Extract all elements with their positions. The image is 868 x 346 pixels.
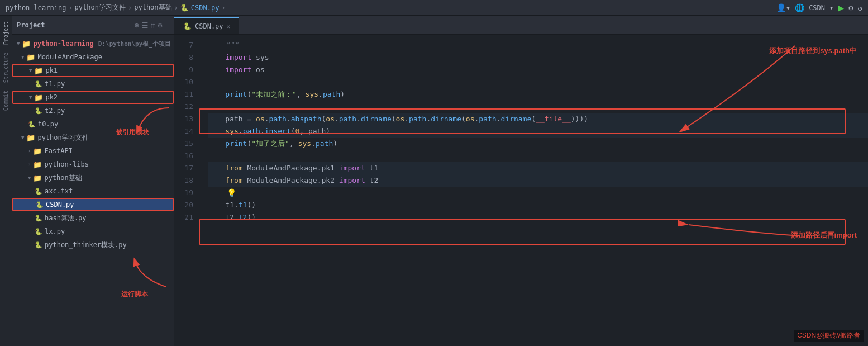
main-layout: Project Structure Commit Project ⊕ ☰ ⇈ ⚙…: [0, 16, 868, 346]
code-line-15: print("加了之后", sys.path): [208, 138, 868, 150]
tree-label: FastAPI: [44, 147, 73, 155]
arrow-icon: ▼: [28, 175, 31, 181]
top-bar-title: CSDN: [809, 4, 825, 12]
tree-label: pk1: [45, 67, 58, 74]
tree-item-python-study[interactable]: ▼ 📁 python学习文件: [12, 131, 174, 144]
sync-icon[interactable]: ↺: [858, 3, 862, 12]
tree-label: t0.py: [38, 120, 58, 128]
top-bar-right: 👤▾ 🌐 CSDN ▾ ▶ ⚙ ↺: [776, 2, 862, 13]
arrow-icon: ›: [28, 148, 31, 154]
run-button[interactable]: ▶: [838, 2, 844, 13]
tree-item-moduleandpackage[interactable]: ▼ 📁 ModuleAndPackage: [12, 50, 174, 64]
python-file-icon: 🐍: [35, 80, 42, 88]
code-line-11: print("未加之前：", sys.path): [208, 88, 868, 101]
breadcrumb-item-4[interactable]: CSDN.py: [191, 4, 220, 12]
tab-label: CSDN.py: [195, 22, 223, 30]
editor-tabs: 🐍 CSDN.py ✕: [174, 16, 868, 35]
tree-label: pk2: [45, 93, 58, 101]
tree-item-hash[interactable]: 🐍 hash算法.py: [12, 211, 174, 225]
tree-item-python-basics[interactable]: ▼ 📁 python基础: [12, 171, 174, 184]
code-line-12: [208, 101, 868, 113]
tab-file-icon: 🐍: [183, 22, 192, 30]
locate-icon[interactable]: ⊕: [134, 21, 139, 30]
tree-label: t1.py: [45, 80, 65, 88]
tree-label: python学习文件: [37, 133, 88, 143]
tree-item-python-libs[interactable]: › 📁 python-libs: [12, 158, 174, 171]
user-icon: 👤▾: [776, 3, 790, 12]
tree-root-path: D:\python\py根_个项目: [98, 40, 171, 48]
tree-item-t0py[interactable]: 🐍 t0.py: [12, 117, 174, 131]
breadcrumb-item-1[interactable]: python-learning: [6, 4, 66, 12]
tree-item-fastapi[interactable]: › 📁 FastAPI: [12, 144, 174, 158]
folder-icon: 📁: [34, 67, 43, 75]
code-line-16: [208, 150, 868, 162]
tree-item-t2py[interactable]: 🐍 t2.py: [12, 104, 174, 117]
tree-label: ModuleAndPackage: [37, 53, 102, 61]
folder-icon: 📁: [26, 134, 35, 142]
tree-label: hash算法.py: [45, 214, 87, 223]
collapse-icon[interactable]: ⇈: [151, 21, 155, 30]
code-line-13: path = os.path.abspath(os.path.dirname(o…: [208, 113, 868, 125]
folder-icon: 📁: [26, 53, 35, 61]
arrow-icon: ▼: [21, 54, 24, 60]
tree-item-lxpy[interactable]: 🐍 lx.py: [12, 225, 174, 238]
editor-content: 7 8 9 10 11 12 13 14 15 16 17 18 19 20 2…: [174, 35, 868, 346]
tree-label: python基础: [44, 173, 82, 183]
tree-root[interactable]: ▼ 📁 python-learning D:\python\py根_个项目: [12, 37, 174, 50]
folder-icon: 📁: [33, 174, 42, 182]
line-numbers: 7 8 9 10 11 12 13 14 15 16 17 18 19 20 2…: [174, 35, 199, 346]
tree-label: axc.txt: [45, 187, 73, 195]
breadcrumb-item-2[interactable]: python学习文件: [75, 3, 126, 12]
tab-csdn[interactable]: 🐍 CSDN.py ✕: [174, 17, 239, 34]
tree-label: python_thinker模块.py: [45, 240, 127, 250]
txt-file-icon: 🐍: [35, 188, 42, 195]
watermark: CSDN@搬砖//搬路者: [794, 330, 864, 342]
arrow-icon: ▼: [21, 135, 24, 140]
file-panel-actions: ⊕ ☰ ⇈ ⚙ —: [134, 21, 169, 30]
code-area[interactable]: """ import sys import os print("未加之前：", …: [199, 35, 868, 346]
sidebar-icons: Project Structure Commit: [0, 16, 12, 346]
editor-area: 🐍 CSDN.py ✕ 7 8 9 10 11 12 13 14 15 16 1…: [174, 16, 868, 346]
gear-icon[interactable]: ⚙: [158, 21, 162, 30]
file-tree: ▼ 📁 python-learning D:\python\py根_个项目 ▼ …: [12, 35, 174, 346]
tree-item-csdnpy[interactable]: 🐍 CSDN.py: [12, 198, 174, 211]
settings-icon[interactable]: ⚙: [848, 3, 853, 12]
sidebar-icon-structure[interactable]: Structure: [2, 49, 10, 86]
list-icon[interactable]: ☰: [141, 21, 149, 30]
folder-icon: 📁: [22, 40, 31, 48]
python-file-icon: 🐍: [35, 107, 42, 115]
file-panel: Project ⊕ ☰ ⇈ ⚙ — ▼ 📁 python-learning D:…: [12, 16, 174, 346]
tree-label: CSDN.py: [46, 201, 74, 208]
tree-label: python-libs: [44, 160, 88, 168]
file-panel-header: Project ⊕ ☰ ⇈ ⚙ —: [12, 16, 174, 35]
breadcrumb-item-3[interactable]: python基础: [134, 3, 171, 12]
python-file-icon: 🐍: [28, 121, 36, 128]
arrow-icon: ›: [28, 162, 31, 167]
code-line-9: import os: [208, 64, 868, 76]
code-line-8: import sys: [208, 51, 868, 64]
folder-icon: 📁: [33, 147, 42, 155]
breadcrumb: python-learning › python学习文件 › python基础 …: [6, 3, 226, 12]
arrow-icon: ▼: [17, 41, 20, 46]
tree-item-axctxt[interactable]: 🐍 axc.txt: [12, 184, 174, 198]
arrow-import-after: [800, 236, 801, 236]
tree-item-pk1[interactable]: ▼ 📁 pk1: [12, 64, 174, 77]
tree-root-label: python-learning: [33, 40, 93, 48]
tree-item-pk2[interactable]: ▼ 📁 pk2: [12, 91, 174, 104]
tree-item-t1py[interactable]: 🐍 t1.py: [12, 77, 174, 91]
code-line-14: sys.path.insert(0, path): [208, 125, 868, 138]
arrow-icon: ▼: [29, 94, 32, 100]
tree-label: t2.py: [45, 107, 65, 115]
code-line-21: t2.t2(): [208, 211, 868, 224]
globe-icon: 🌐: [795, 3, 804, 12]
code-line-20: t1.t1(): [208, 199, 868, 211]
code-line-17: from ModuleAndPackage.pk1 import t1: [208, 162, 868, 174]
python-file-icon: 🐍: [35, 228, 42, 235]
minimize-icon[interactable]: —: [165, 21, 169, 30]
sidebar-icon-commit[interactable]: Commit: [2, 87, 10, 114]
tree-item-thinker[interactable]: 🐍 python_thinker模块.py: [12, 238, 174, 252]
import-after-annotation: 添加路径后再import: [791, 230, 857, 240]
folder-icon: 📁: [34, 93, 43, 102]
sidebar-icon-project[interactable]: Project: [2, 18, 10, 48]
tab-close-button[interactable]: ✕: [227, 23, 231, 30]
